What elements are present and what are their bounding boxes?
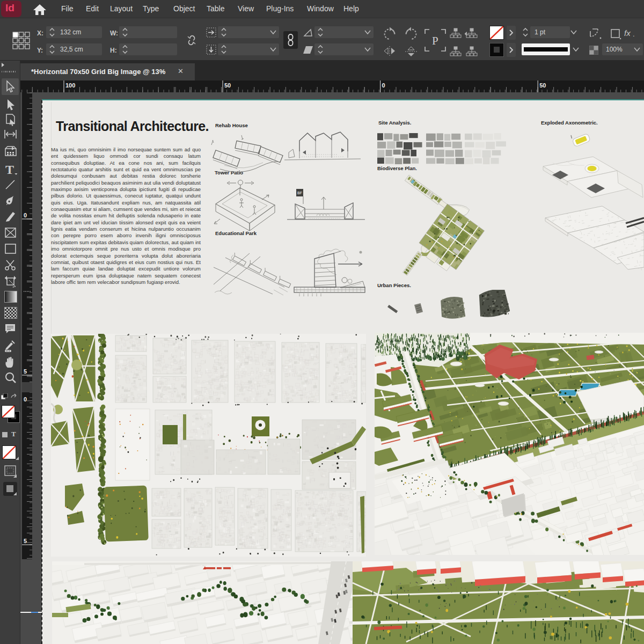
svg-text:0: 0 (382, 82, 385, 89)
svg-text:5: 5 (24, 368, 27, 375)
svg-text:0: 0 (24, 396, 27, 402)
svg-text:50: 50 (539, 82, 546, 89)
svg-text:0: 0 (24, 212, 27, 218)
svg-text:50: 50 (224, 82, 231, 89)
svg-text:BF: BF (297, 191, 302, 195)
svg-text:100: 100 (65, 82, 75, 89)
svg-text:P: P (432, 34, 438, 47)
svg-text:T: T (5, 163, 14, 177)
svg-text:5: 5 (24, 538, 27, 544)
